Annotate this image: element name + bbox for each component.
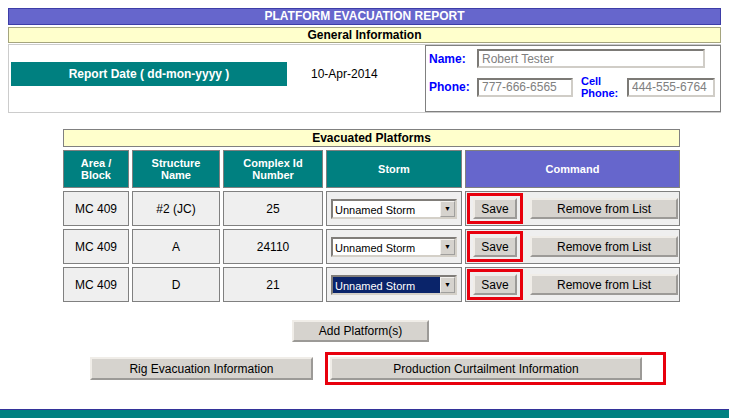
complex-id-cell: 25 (223, 191, 323, 226)
chevron-down-icon: ▼ (440, 277, 455, 293)
phone-label: Phone: (429, 80, 477, 94)
table-row: MC 409 A 24110 Unnamed Storm ▼ Save Remo… (63, 229, 680, 264)
save-highlight-annotation: Save (467, 231, 523, 262)
contact-info-box: Name: Phone: Cell Phone: (425, 45, 721, 112)
area-block-cell: MC 409 (63, 191, 129, 226)
command-cell: Save Remove from List (465, 267, 680, 302)
storm-cell: Unnamed Storm ▼ (326, 267, 462, 302)
col-header-structure-name: Structure Name (132, 150, 220, 188)
phone-input[interactable] (477, 78, 573, 97)
phone-row: Phone: Cell Phone: (429, 75, 717, 99)
evacuated-platforms-table: Evacuated Platforms Area / Block Structu… (60, 126, 683, 305)
storm-dropdown[interactable]: Unnamed Storm ▼ (331, 275, 457, 295)
col-header-complex-id: Complex Id Number (223, 150, 323, 188)
storm-dropdown-value: Unnamed Storm (333, 201, 440, 217)
structure-name-cell: #2 (JC) (132, 191, 220, 226)
storm-dropdown[interactable]: Unnamed Storm ▼ (331, 199, 457, 219)
save-button[interactable]: Save (473, 274, 517, 295)
save-highlight-annotation: Save (467, 269, 523, 300)
remove-from-list-button[interactable]: Remove from List (530, 274, 678, 295)
name-label: Name: (429, 52, 477, 66)
command-cell: Save Remove from List (465, 229, 680, 264)
table-row: MC 409 D 21 Unnamed Storm ▼ Save Remove … (63, 267, 680, 302)
complex-id-cell: 21 (223, 267, 323, 302)
name-row: Name: (429, 49, 717, 68)
table-header-row: Area / Block Structure Name Complex Id N… (63, 150, 680, 188)
col-header-area-block: Area / Block (63, 150, 129, 188)
structure-name-cell: D (132, 267, 220, 302)
cell-phone-input[interactable] (627, 78, 715, 97)
table-title-row: Evacuated Platforms (63, 129, 680, 147)
storm-dropdown-value: Unnamed Storm (333, 277, 440, 293)
storm-dropdown[interactable]: Unnamed Storm ▼ (331, 237, 457, 257)
area-block-cell: MC 409 (63, 267, 129, 302)
report-date-label: Report Date ( dd-mon-yyyy ) (11, 62, 287, 86)
bottom-divider-bar (0, 409, 729, 418)
cell-phone-label: Cell Phone: (581, 75, 625, 99)
evacuated-platforms-section-header: Evacuated Platforms (63, 129, 680, 147)
chevron-down-icon: ▼ (440, 239, 455, 255)
col-header-command: Command (465, 150, 680, 188)
general-information-section-header: General Information (8, 27, 721, 43)
command-cell: Save Remove from List (465, 191, 680, 226)
save-button[interactable]: Save (473, 236, 517, 257)
remove-from-list-button[interactable]: Remove from List (530, 236, 678, 257)
chevron-down-icon: ▼ (440, 201, 455, 217)
table-row: MC 409 #2 (JC) 25 Unnamed Storm ▼ Save R… (63, 191, 680, 226)
production-curtailment-information-button[interactable]: Production Curtailment Information (330, 357, 642, 380)
add-platforms-button[interactable]: Add Platform(s) (292, 320, 429, 342)
col-header-storm: Storm (326, 150, 462, 188)
save-button[interactable]: Save (473, 198, 517, 219)
rig-evacuation-information-button[interactable]: Rig Evacuation Information (90, 357, 313, 380)
production-curtailment-highlight-annotation: Production Curtailment Information (325, 352, 666, 385)
storm-cell: Unnamed Storm ▼ (326, 229, 462, 264)
save-highlight-annotation: Save (467, 193, 523, 224)
storm-cell: Unnamed Storm ▼ (326, 191, 462, 226)
structure-name-cell: A (132, 229, 220, 264)
complex-id-cell: 24110 (223, 229, 323, 264)
report-date-value: 10-Apr-2014 (311, 67, 378, 81)
general-information-section: Report Date ( dd-mon-yyyy ) 10-Apr-2014 … (8, 44, 721, 113)
storm-dropdown-value: Unnamed Storm (333, 239, 440, 255)
area-block-cell: MC 409 (63, 229, 129, 264)
name-input[interactable] (477, 49, 705, 68)
remove-from-list-button[interactable]: Remove from List (530, 198, 678, 219)
page-title: PLATFORM EVACUATION REPORT (8, 8, 721, 25)
platform-evacuation-report-page: PLATFORM EVACUATION REPORT General Infor… (0, 0, 729, 418)
